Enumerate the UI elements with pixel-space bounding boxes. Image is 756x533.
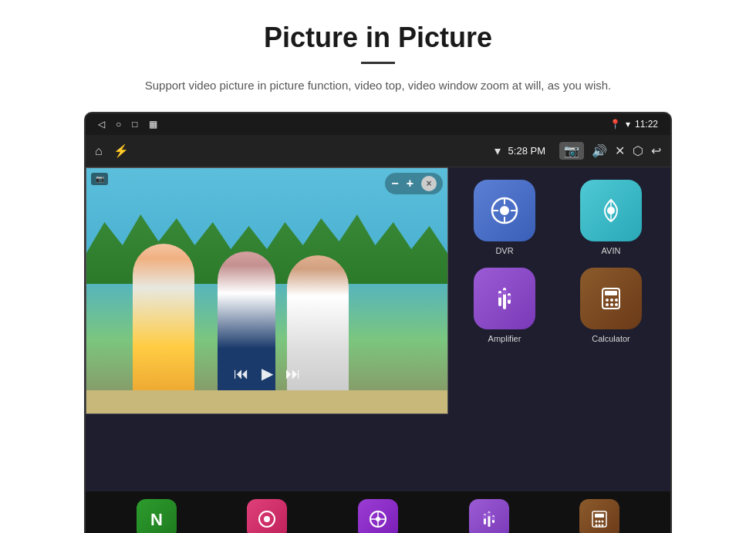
svg-point-11 [606, 299, 609, 302]
camera-icon[interactable]: 📷 [559, 142, 584, 160]
apps-grid: DVR AVIN [445, 167, 670, 356]
pip-minus-button[interactable]: − [391, 177, 398, 191]
bottom-strip: N Netflix SiriusXM [86, 491, 670, 533]
svg-point-34 [602, 521, 604, 523]
wifi-toolbar-icon: ▾ [494, 143, 501, 158]
svg-point-12 [610, 299, 613, 302]
pip-camera-icon: 📷 [91, 173, 108, 185]
rewind-button[interactable]: ⏮ [234, 365, 249, 383]
svg-point-19 [264, 516, 270, 522]
netflix-icon[interactable]: N [137, 499, 177, 533]
toolbar-time: 5:28 PM [508, 145, 545, 157]
svg-point-29 [491, 517, 495, 521]
calculator-small-icon[interactable] [579, 499, 619, 533]
svg-point-28 [487, 513, 491, 517]
svg-point-27 [483, 515, 487, 519]
home-icon[interactable]: ○ [116, 119, 121, 130]
svg-point-1 [500, 206, 509, 215]
usb-icon[interactable]: ⚡ [113, 143, 129, 158]
status-bar-left: ◁ ○ □ ▦ [98, 119, 157, 130]
svg-point-14 [606, 303, 609, 306]
toolbar-left: ⌂ ⚡ [95, 143, 129, 158]
bottom-apps: N Netflix SiriusXM [86, 499, 670, 533]
svg-point-33 [599, 521, 601, 523]
app-avin[interactable]: AVIN [564, 180, 658, 255]
amplifier-label: Amplifier [488, 334, 521, 343]
pip-playback-controls[interactable]: ⏮ ▶ ⏭ [234, 364, 301, 383]
calculator-icon[interactable] [580, 268, 642, 329]
recents-icon[interactable]: □ [132, 119, 137, 130]
pip-mode-icon[interactable]: ⬡ [633, 143, 643, 158]
avin-icon[interactable] [580, 180, 642, 241]
app-dvr[interactable]: DVR [457, 180, 552, 255]
bottom-app-netflix[interactable]: N Netflix [118, 499, 195, 533]
svg-point-37 [602, 525, 604, 527]
siriusxm-icon[interactable] [247, 499, 287, 533]
forward-button[interactable]: ⏭ [285, 365, 301, 383]
bottom-app-amplifier[interactable]: Amplifier [451, 499, 528, 533]
bottom-app-wheelkey[interactable]: Wheelkey Study [339, 499, 417, 533]
pip-inner: 📷 − + × ⏮ ▶ ⏭ [86, 168, 447, 413]
status-time: 11:22 [635, 119, 658, 130]
volume-icon[interactable]: 🔊 [592, 143, 607, 158]
back-toolbar-icon[interactable]: ↩ [651, 143, 661, 158]
menu-icon[interactable]: ▦ [149, 119, 157, 130]
amplifier-icon[interactable] [474, 268, 535, 329]
dvr-label: DVR [495, 246, 513, 255]
pip-top-left-controls: 📷 [91, 173, 108, 185]
status-bar-right: 📍 ▾ 11:22 [609, 119, 658, 130]
person1 [133, 244, 194, 390]
close-toolbar-icon[interactable]: ✕ [615, 143, 625, 158]
wifi-icon: ▾ [626, 119, 630, 130]
pip-center-controls[interactable]: − + × [385, 173, 443, 194]
svg-point-8 [507, 295, 511, 300]
svg-point-7 [502, 290, 507, 295]
page-description: Support video picture in picture functio… [145, 76, 611, 95]
page-title: Picture in Picture [264, 22, 492, 54]
status-bar: ◁ ○ □ ▦ 📍 ▾ 11:22 [86, 113, 670, 135]
svg-point-13 [615, 299, 618, 302]
toolbar: ⌂ ⚡ ▾ 5:28 PM 📷 🔊 ✕ ⬡ ↩ [86, 135, 670, 167]
pip-plus-button[interactable]: + [407, 177, 413, 191]
toolbar-right: ▾ 5:28 PM 📷 🔊 ✕ ⬡ ↩ [494, 142, 661, 160]
amplifier-small-icon[interactable] [469, 499, 509, 533]
device-frame: ◁ ○ □ ▦ 📍 ▾ 11:22 ⌂ ⚡ ▾ 5:28 PM 📷 🔊 [84, 112, 672, 533]
svg-point-16 [615, 303, 618, 306]
svg-point-36 [599, 525, 601, 527]
page-wrapper: Picture in Picture Support video picture… [0, 0, 756, 533]
dvr-icon[interactable] [474, 180, 535, 241]
calculator-label: Calculator [592, 334, 630, 343]
svg-text:N: N [150, 510, 163, 529]
svg-rect-10 [605, 291, 617, 295]
pip-close-button[interactable]: × [421, 176, 437, 191]
back-icon[interactable]: ◁ [98, 119, 105, 130]
play-button[interactable]: ▶ [262, 364, 273, 383]
svg-point-15 [610, 303, 613, 306]
home-toolbar-icon[interactable]: ⌂ [95, 144, 103, 158]
svg-point-6 [498, 293, 502, 298]
wheelkey-icon[interactable] [358, 499, 398, 533]
title-divider [361, 62, 395, 64]
bottom-app-siriusxm[interactable]: SiriusXM [228, 499, 305, 533]
avin-label: AVIN [602, 246, 621, 255]
app-calculator[interactable]: Calculator [564, 268, 658, 343]
svg-point-23 [376, 517, 380, 521]
location-icon: 📍 [609, 119, 621, 130]
svg-point-35 [596, 525, 598, 527]
svg-rect-31 [595, 514, 604, 518]
main-content: 📷 − + × ⏮ ▶ ⏭ [86, 167, 670, 491]
app-amplifier[interactable]: Amplifier [457, 268, 552, 343]
bottom-app-calculator[interactable]: Calculator [561, 499, 638, 533]
beach-ground [86, 390, 447, 413]
svg-point-32 [596, 521, 598, 523]
pip-container[interactable]: 📷 − + × ⏮ ▶ ⏭ [86, 167, 448, 414]
